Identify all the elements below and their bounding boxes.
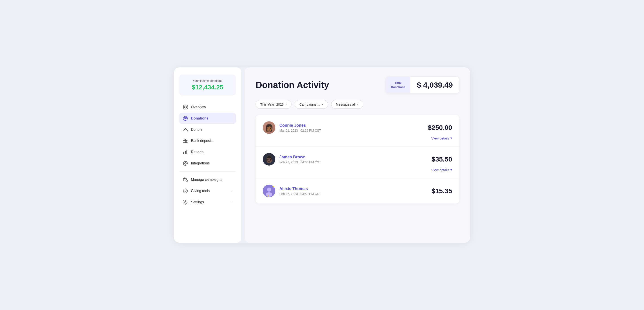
donor-date-james: Feb 27, 2023 | 04:00 PM CST bbox=[279, 160, 321, 164]
donation-list: 👩🏾 Connie Jones Mar 01, 2023 | 02:29 PM … bbox=[256, 115, 459, 203]
sidebar-item-integrations[interactable]: Integrations bbox=[179, 158, 236, 169]
campaigns-icon bbox=[183, 177, 188, 182]
svg-rect-9 bbox=[185, 141, 186, 142]
lifetime-amount: $12,434.25 bbox=[184, 84, 231, 91]
year-filter-label: This Year: 2023 bbox=[260, 102, 284, 106]
view-details-row-connie: View details ▾ bbox=[263, 136, 452, 140]
campaigns-filter-chevron-icon: ▾ bbox=[322, 103, 323, 106]
sidebar: Your lifetime donations $12,434.25 Overv… bbox=[174, 67, 241, 243]
svg-rect-3 bbox=[186, 108, 187, 109]
svg-rect-1 bbox=[186, 105, 187, 107]
bank-icon bbox=[183, 138, 188, 143]
svg-point-22 bbox=[266, 192, 272, 197]
svg-point-18 bbox=[183, 189, 188, 193]
avatar: ✦ ♥ bbox=[263, 185, 275, 197]
donor-info-connie: 👩🏾 Connie Jones Mar 01, 2023 | 02:29 PM … bbox=[263, 121, 321, 134]
svg-text:✦: ✦ bbox=[272, 185, 274, 188]
lifetime-donations-box: Your lifetime donations $12,434.25 bbox=[179, 75, 236, 96]
donation-row-connie: 👩🏾 Connie Jones Mar 01, 2023 | 02:29 PM … bbox=[263, 121, 452, 134]
donation-amount-alexis: $15.35 bbox=[432, 187, 452, 195]
sidebar-giving-tools-label: Giving tools bbox=[191, 189, 210, 193]
sidebar-bank-deposits-label: Bank deposits bbox=[191, 139, 214, 143]
sidebar-item-manage-campaigns[interactable]: Manage campaigns bbox=[179, 174, 236, 185]
view-details-label-connie: View details bbox=[431, 136, 449, 140]
total-donations-label: TotalDonations bbox=[391, 81, 406, 89]
avatar: 👨🏿 bbox=[263, 153, 275, 166]
svg-rect-10 bbox=[186, 141, 187, 142]
sidebar-item-settings[interactable]: Settings › bbox=[179, 197, 236, 208]
svg-point-19 bbox=[185, 201, 186, 203]
main-content: Donation Activity TotalDonations $ 4,039… bbox=[245, 67, 470, 243]
donor-date-connie: Mar 01, 2023 | 02:29 PM CST bbox=[279, 129, 321, 132]
donor-info-alexis: ✦ ♥ Alexis Thomas Feb 27, 2023 | 03:58 P… bbox=[263, 185, 321, 197]
sidebar-item-bank-deposits[interactable]: Bank deposits bbox=[179, 135, 236, 146]
messages-filter-button[interactable]: Messages all ▾ bbox=[331, 100, 364, 109]
sidebar-reports-label: Reports bbox=[191, 150, 204, 154]
table-row: 👩🏾 Connie Jones Mar 01, 2023 | 02:29 PM … bbox=[256, 115, 459, 147]
svg-point-21 bbox=[267, 188, 271, 192]
svg-rect-11 bbox=[183, 152, 184, 154]
settings-chevron-icon: › bbox=[231, 201, 232, 204]
campaigns-filter-button[interactable]: Campaigns ... ▾ bbox=[294, 100, 328, 109]
year-filter-button[interactable]: This Year: 2023 ▾ bbox=[256, 100, 292, 109]
svg-point-5 bbox=[184, 128, 186, 130]
sidebar-donors-label: Donors bbox=[191, 128, 202, 132]
chart-icon bbox=[183, 150, 188, 155]
table-row: ✦ ♥ Alexis Thomas Feb 27, 2023 | 03:58 P… bbox=[256, 178, 459, 203]
page-title: Donation Activity bbox=[256, 80, 329, 90]
svg-point-6 bbox=[186, 128, 187, 130]
total-donations-label-box: TotalDonations bbox=[386, 77, 410, 93]
lifetime-label: Your lifetime donations bbox=[184, 79, 231, 83]
messages-filter-chevron-icon: ▾ bbox=[357, 103, 358, 106]
giving-tools-icon bbox=[183, 188, 188, 193]
svg-rect-2 bbox=[183, 108, 185, 109]
donor-name-alexis: Alexis Thomas bbox=[279, 186, 321, 191]
settings-icon bbox=[183, 200, 188, 205]
svg-rect-13 bbox=[186, 150, 187, 154]
grid-icon bbox=[183, 105, 188, 110]
sidebar-donations-label: Donations bbox=[191, 116, 208, 120]
sidebar-settings-label: Settings bbox=[191, 200, 204, 204]
donation-amount-james: $35.50 bbox=[432, 155, 452, 163]
app-container: Your lifetime donations $12,434.25 Overv… bbox=[174, 67, 470, 243]
view-details-button-james[interactable]: View details ▾ bbox=[431, 168, 452, 172]
sidebar-item-giving-tools[interactable]: Giving tools › bbox=[179, 186, 236, 196]
svg-rect-0 bbox=[183, 105, 185, 107]
svg-rect-8 bbox=[184, 141, 184, 142]
sidebar-overview-label: Overview bbox=[191, 105, 206, 109]
table-row: 👨🏿 James Brown Feb 27, 2023 | 04:00 PM C… bbox=[256, 147, 459, 178]
svg-rect-7 bbox=[183, 141, 187, 141]
view-details-button-connie[interactable]: View details ▾ bbox=[431, 136, 452, 140]
donor-text-connie: Connie Jones Mar 01, 2023 | 02:29 PM CST bbox=[279, 123, 321, 132]
view-details-chevron-james: ▾ bbox=[450, 168, 452, 172]
svg-rect-12 bbox=[185, 151, 186, 154]
sidebar-nav: Overview Donations bbox=[179, 102, 236, 208]
sidebar-manage-campaigns-label: Manage campaigns bbox=[191, 178, 222, 182]
sidebar-item-donations[interactable]: Donations bbox=[179, 113, 236, 124]
donor-name-connie: Connie Jones bbox=[279, 123, 321, 128]
sidebar-item-reports[interactable]: Reports bbox=[179, 147, 236, 157]
nav-divider bbox=[179, 171, 236, 172]
heart-circle-icon bbox=[183, 116, 188, 121]
sidebar-item-donors[interactable]: Donors bbox=[179, 124, 236, 135]
giving-tools-chevron-icon: › bbox=[231, 189, 232, 193]
donation-row-james: 👨🏿 James Brown Feb 27, 2023 | 04:00 PM C… bbox=[263, 153, 452, 166]
integrations-icon bbox=[183, 161, 188, 166]
year-filter-chevron-icon: ▾ bbox=[286, 103, 287, 106]
donor-info-james: 👨🏿 James Brown Feb 27, 2023 | 04:00 PM C… bbox=[263, 153, 321, 166]
view-details-chevron-connie: ▾ bbox=[450, 136, 452, 140]
sidebar-integrations-label: Integrations bbox=[191, 161, 210, 165]
sidebar-item-overview[interactable]: Overview bbox=[179, 102, 236, 113]
users-icon bbox=[183, 127, 188, 132]
filters-row: This Year: 2023 ▾ Campaigns ... ▾ Messag… bbox=[256, 100, 459, 109]
donation-amount-connie: $250.00 bbox=[428, 124, 452, 131]
total-donations-card: TotalDonations $ 4,039.49 bbox=[386, 76, 459, 94]
donor-text-james: James Brown Feb 27, 2023 | 04:00 PM CST bbox=[279, 155, 321, 164]
view-details-label-james: View details bbox=[431, 168, 449, 172]
campaigns-filter-label: Campaigns ... bbox=[299, 102, 320, 106]
donor-name-james: James Brown bbox=[279, 155, 321, 159]
donor-text-alexis: Alexis Thomas Feb 27, 2023 | 03:58 PM CS… bbox=[279, 186, 321, 196]
view-details-row-james: View details ▾ bbox=[263, 168, 452, 172]
svg-text:♥: ♥ bbox=[268, 195, 269, 197]
avatar: 👩🏾 bbox=[263, 121, 275, 134]
